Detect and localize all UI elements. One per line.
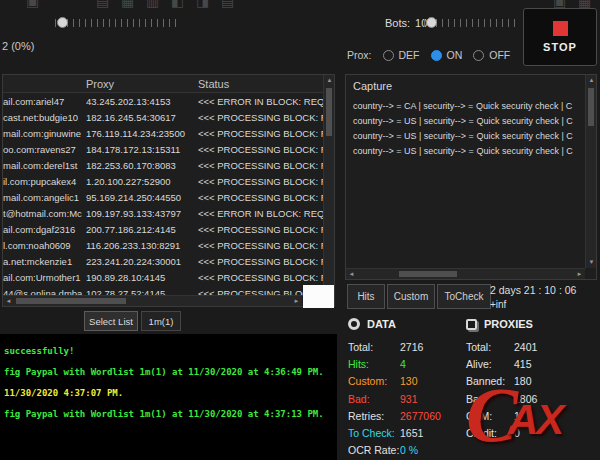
scrollbar-thumb[interactable] <box>399 271 457 277</box>
radio-label: ON <box>447 49 463 61</box>
toolbar-icon[interactable]: ◧ <box>171 0 184 9</box>
remaining-time: +inf <box>490 299 506 310</box>
log-line: fig Paypal with Wordlist 1m(1) at 11/30/… <box>4 362 333 383</box>
tab-hits[interactable]: Hits <box>347 284 385 309</box>
radio-label: DEF <box>399 49 420 61</box>
table-body: ail.com:ariel4743.245.202.13:4153<<< ERR… <box>3 93 334 301</box>
stat-row: OCR Rate:0 % <box>348 442 462 459</box>
proxies-stats-panel: PROXIES Total:2401 Alive:415 Banned:180 … <box>466 318 598 442</box>
stat-label: Bad: <box>348 393 400 405</box>
slider-track <box>424 19 518 27</box>
scrollbar-thumb[interactable] <box>588 88 594 126</box>
stop-label: STOP <box>543 41 577 53</box>
column-proxy[interactable]: Proxy <box>86 78 198 90</box>
bots-slider[interactable] <box>424 16 518 29</box>
toolbar-icon[interactable]: ▤ <box>96 0 109 9</box>
slider-thumb[interactable] <box>426 17 437 28</box>
capture-item[interactable]: country--> = US | security--> = Quick se… <box>346 114 596 129</box>
radio-icon <box>473 50 484 61</box>
result-proxy: 176.119.114.234:23500 <box>86 128 198 139</box>
stat-value: 1 <box>514 410 520 422</box>
stat-label: Retries: <box>348 410 400 422</box>
scroll-up-icon[interactable]: ▲ <box>324 75 335 86</box>
result-data: mail.com:angelic1 <box>3 192 86 203</box>
scroll-up-icon[interactable]: ▲ <box>586 75 597 86</box>
stat-row: Banned:180 <box>466 373 598 390</box>
horizontal-scrollbar[interactable]: ◄ ► <box>346 268 585 279</box>
stat-label: OCR Rate: <box>348 444 400 456</box>
result-data: ail.com:dgaf2316 <box>3 224 86 235</box>
toolbar-icon[interactable]: ◨ <box>196 0 209 9</box>
stat-row: Bad:1806 <box>466 390 598 407</box>
table-row[interactable]: t@hotmail.com:Mc109.197.93.133:43797<<< … <box>3 205 334 221</box>
scrollbar-corner <box>303 285 334 308</box>
prox-radio-off[interactable]: OFF <box>473 49 510 61</box>
capture-item[interactable]: country--> = CA | security--> = Quick se… <box>346 99 596 114</box>
slider-thumb[interactable] <box>57 17 68 28</box>
proxies-icon <box>466 319 477 330</box>
stat-label: CPM: <box>466 410 514 422</box>
table-row[interactable]: il.com:pupcakex41.20.100.227:52900<<< PR… <box>3 173 334 189</box>
capture-item[interactable]: country--> = US | security--> = Quick se… <box>346 144 596 159</box>
table-row[interactable]: l.com:noah0609116.206.233.130:8291<<< PR… <box>3 237 334 253</box>
result-status: <<< PROCESSING BLOCK: R <box>198 192 334 203</box>
slider-track <box>55 19 177 27</box>
scroll-right-icon[interactable]: ► <box>291 296 302 307</box>
toolbar-icon[interactable]: ▥ <box>146 0 159 9</box>
table-row[interactable]: mail.com:derel1st182.253.60.170:8083<<< … <box>3 157 334 173</box>
tab-tocheck[interactable]: ToCheck <box>437 284 491 309</box>
stat-label: Custom: <box>348 375 400 387</box>
stat-value: 1651 <box>400 427 423 439</box>
table-row[interactable]: a.net:mckenzie1223.241.20.224:30001<<< P… <box>3 253 334 269</box>
stop-icon <box>553 21 568 36</box>
result-status: <<< ERROR IN BLOCK: REQ <box>198 208 334 219</box>
column-status[interactable]: Status <box>198 78 334 90</box>
result-status: <<< PROCESSING BLOCK: R <box>198 128 334 139</box>
result-status: <<< PROCESSING BLOCK: R <box>198 272 334 283</box>
stat-value: 130 <box>400 375 418 387</box>
result-status: <<< PROCESSING BLOCK: R <box>198 112 334 123</box>
progress-label: 2 (0%) <box>2 40 34 52</box>
table-row[interactable]: mail.com:ginuwine176.119.114.234:23500<<… <box>3 125 334 141</box>
table-row[interactable]: oo.com:ravens27184.178.172.13:15311<<< P… <box>3 141 334 157</box>
radio-label: OFF <box>489 49 510 61</box>
select-list-button[interactable]: Select List <box>84 311 138 331</box>
scrollbar-thumb[interactable] <box>16 298 126 304</box>
table-row[interactable]: ail.com:dgaf2316200.77.186.212:4145<<< P… <box>3 221 334 237</box>
tab-custom[interactable]: Custom <box>387 284 435 309</box>
stat-label: Hits: <box>348 358 400 370</box>
table-row[interactable]: ail.com:ariel4743.245.202.13:4153<<< ERR… <box>3 93 334 109</box>
horizontal-scrollbar[interactable]: ◄ ► <box>3 295 302 306</box>
stat-row: Alive:415 <box>466 355 598 372</box>
capture-item[interactable]: country--> = US | security--> = Quick se… <box>346 129 596 144</box>
vertical-scrollbar[interactable]: ▲ ▼ <box>323 75 334 295</box>
vertical-scrollbar[interactable]: ▲ ▼ <box>585 75 596 268</box>
wordlist-button[interactable]: 1m(1) <box>141 311 181 331</box>
table-row[interactable]: ail.com:Urmother1190.89.28.10:4145<<< PR… <box>3 269 334 285</box>
table-row[interactable]: cast.net:budgie10182.16.245.54:30617<<< … <box>3 109 334 125</box>
scroll-down-icon[interactable]: ▼ <box>586 257 597 268</box>
prox-radio-on[interactable]: ON <box>431 49 463 61</box>
prox-radio-def[interactable]: DEF <box>383 49 420 61</box>
stat-value: 931 <box>400 393 418 405</box>
header-slider[interactable] <box>55 16 177 29</box>
scroll-right-icon[interactable]: ► <box>574 269 585 280</box>
scroll-left-icon[interactable]: ◄ <box>3 296 14 307</box>
result-proxy: 200.77.186.212:4145 <box>86 224 198 235</box>
scroll-left-icon[interactable]: ◄ <box>346 269 357 280</box>
result-proxy: 190.89.28.10:4145 <box>86 272 198 283</box>
table-row[interactable]: mail.com:angelic195.169.214.250:44550<<<… <box>3 189 334 205</box>
stat-label: Total: <box>348 341 400 353</box>
stop-button[interactable]: STOP <box>523 8 597 66</box>
toolbar-icon[interactable]: ▤ <box>221 0 234 9</box>
scrollbar-thumb[interactable] <box>326 88 332 136</box>
result-status: <<< PROCESSING BLOCK: R <box>198 160 334 171</box>
toolbar-icon[interactable]: ▦ <box>121 0 134 9</box>
data-stats-header: DATA <box>348 318 462 330</box>
toolbar-icon[interactable]: ▣ <box>26 0 39 9</box>
stat-row: Credit:0 <box>466 424 598 441</box>
results-panel: Proxy Status ail.com:ariel4743.245.202.1… <box>2 74 335 307</box>
result-proxy: 95.169.214.250:44550 <box>86 192 198 203</box>
result-proxy: 184.178.172.13:15311 <box>86 144 198 155</box>
proxies-title: PROXIES <box>484 318 533 330</box>
